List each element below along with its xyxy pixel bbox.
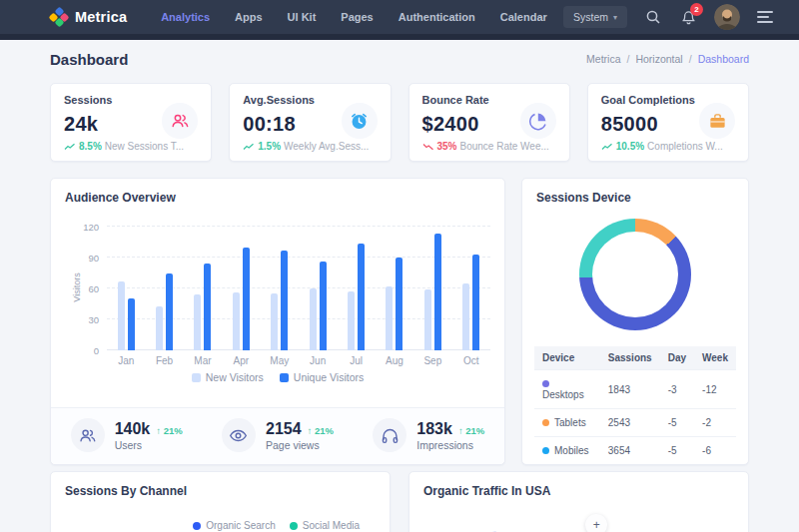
eye-icon <box>222 418 256 452</box>
stat-value: 183k <box>416 420 452 438</box>
y-tick: 60 <box>88 283 99 294</box>
page-head: Dashboard Metrica/Horizontal/Dashboard <box>0 40 799 78</box>
bar-unique-visitors <box>396 258 402 350</box>
x-tick: Sep <box>417 355 447 366</box>
table-cell: 1843 <box>600 370 660 409</box>
table-cell: -12 <box>694 370 736 409</box>
brand-name: Metrica <box>75 9 127 25</box>
sessions-device-donut-chart <box>579 219 691 330</box>
y-axis-label: Visitors <box>65 227 79 350</box>
bar-group-may[interactable] <box>271 227 288 350</box>
legend-swatch <box>280 373 289 382</box>
x-tick: Apr <box>226 355 256 366</box>
usa-map[interactable] <box>417 522 537 532</box>
sessions-by-channel-title: Sessions By Channel <box>65 484 376 498</box>
bar-group-feb[interactable] <box>156 227 173 350</box>
headphones-icon <box>373 418 406 452</box>
user-group-icon <box>71 418 105 452</box>
stat-subtext: 1.5% Weekly Avg.Sess... <box>243 141 377 152</box>
stat-delta: ↑ 21% <box>458 425 484 436</box>
stat-value: 24k <box>64 113 98 136</box>
bar-unique-visitors <box>434 234 441 350</box>
nav-item-pages[interactable]: Pages <box>341 11 373 23</box>
organic-traffic-card: Organic Traffic In USA + <box>408 471 749 532</box>
search-icon[interactable] <box>644 8 662 26</box>
table-cell: -6 <box>694 437 736 465</box>
x-tick: Jun <box>303 355 333 366</box>
table-cell: -5 <box>660 409 694 437</box>
bar-new-visitors <box>386 286 393 350</box>
topbar-right: System ▾ 2 <box>563 4 773 30</box>
x-tick: May <box>265 355 295 366</box>
bar-new-visitors <box>233 292 240 350</box>
bar-new-visitors <box>310 288 317 350</box>
chevron-down-icon: ▾ <box>613 13 617 22</box>
stat-value: 00:18 <box>243 113 296 136</box>
bar-group-mar[interactable] <box>194 227 211 350</box>
legend-item-social-media: Social Media <box>290 520 360 531</box>
table-header-week: Week <box>694 346 736 370</box>
bar-unique-visitors <box>204 264 211 350</box>
stat-subtext: 8.5% New Sessions T... <box>64 141 198 152</box>
table-row-desktops[interactable]: Desktops1843-3-12 <box>534 370 736 409</box>
bar-group-oct[interactable] <box>462 227 479 350</box>
nav-item-authentication[interactable]: Authentication <box>399 11 475 23</box>
stat-delta: ↑ 21% <box>308 425 334 436</box>
stat-value: 2154 <box>266 420 302 438</box>
breadcrumb-separator: / <box>627 53 630 65</box>
sessions-by-channel-card: Sessions By Channel Organic SearchSocial… <box>50 471 391 532</box>
stat-subtext: 10.5% Completions W... <box>601 141 735 152</box>
x-tick: Jul <box>342 355 372 366</box>
breadcrumb-item-horizontal[interactable]: Horizontal <box>635 53 682 65</box>
y-tick: 30 <box>88 314 99 325</box>
breadcrumb: Metrica/Horizontal/Dashboard <box>586 53 749 65</box>
notification-badge: 2 <box>690 3 703 16</box>
nav-item-apps[interactable]: Apps <box>235 11 263 23</box>
table-cell: 3654 <box>600 437 660 465</box>
y-axis-ticks: 0306090120 <box>79 227 107 350</box>
audience-overview-card: Audience Overview Visitors 0306090120 Ja… <box>50 178 505 465</box>
x-tick: Aug <box>380 355 409 366</box>
user-avatar[interactable] <box>714 4 740 30</box>
stat-label: Page views <box>266 439 334 451</box>
map-zoom-in-button[interactable]: + <box>585 514 607 532</box>
bar-group-apr[interactable] <box>233 227 250 350</box>
y-tick: 120 <box>83 222 99 233</box>
nav-item-ui-kit[interactable]: UI Kit <box>288 11 317 23</box>
menu-icon[interactable] <box>757 11 773 23</box>
device-dot-icon <box>542 380 549 387</box>
stat-page-views: 2154 ↑ 21% Page views <box>202 418 353 452</box>
clock-icon <box>342 103 378 139</box>
bar-group-aug[interactable] <box>386 227 402 350</box>
bar-new-visitors <box>118 281 125 350</box>
bar-group-sep[interactable] <box>424 227 441 350</box>
user-group-icon <box>162 103 198 139</box>
nav-item-calendar[interactable]: Calendar <box>500 11 547 23</box>
breadcrumb-item-dashboard[interactable]: Dashboard <box>698 53 749 65</box>
bar-group-jul[interactable] <box>348 227 365 350</box>
topbar: Metrica AnalyticsAppsUI KitPagesAuthenti… <box>0 0 799 34</box>
x-tick: Jan <box>111 355 141 366</box>
bar-unique-visitors <box>281 251 288 350</box>
bar-group-jun[interactable] <box>310 227 327 350</box>
bar-new-visitors <box>462 283 469 350</box>
audience-overview-title: Audience Overview <box>65 191 490 205</box>
bar-new-visitors <box>156 306 163 350</box>
table-header-sassions: Sassions <box>600 346 660 370</box>
table-row-tablets[interactable]: Tablets2543-5-2 <box>534 409 736 437</box>
table-row-mobiles[interactable]: Mobiles3654-5-6 <box>534 437 736 465</box>
nav-item-analytics[interactable]: Analytics <box>161 11 210 23</box>
legend-item-organic-search: Organic Search <box>193 520 275 531</box>
x-axis-ticks: JanFebMarAprMayJunJulAugSepOct <box>107 350 490 370</box>
system-dropdown[interactable]: System ▾ <box>563 6 627 28</box>
brand[interactable]: Metrica <box>50 8 127 26</box>
legend-dot <box>290 522 298 530</box>
bell-icon[interactable]: 2 <box>679 8 697 26</box>
bar-group-jan[interactable] <box>118 227 135 350</box>
table-header-device: Device <box>534 346 600 370</box>
chart-legend: New VisitorsUnique Visitors <box>65 370 490 384</box>
breadcrumb-item-metrica[interactable]: Metrica <box>586 53 620 65</box>
organic-traffic-title: Organic Traffic In USA <box>423 484 734 498</box>
device-dot-icon <box>542 447 549 454</box>
breadcrumb-separator: / <box>689 53 692 65</box>
